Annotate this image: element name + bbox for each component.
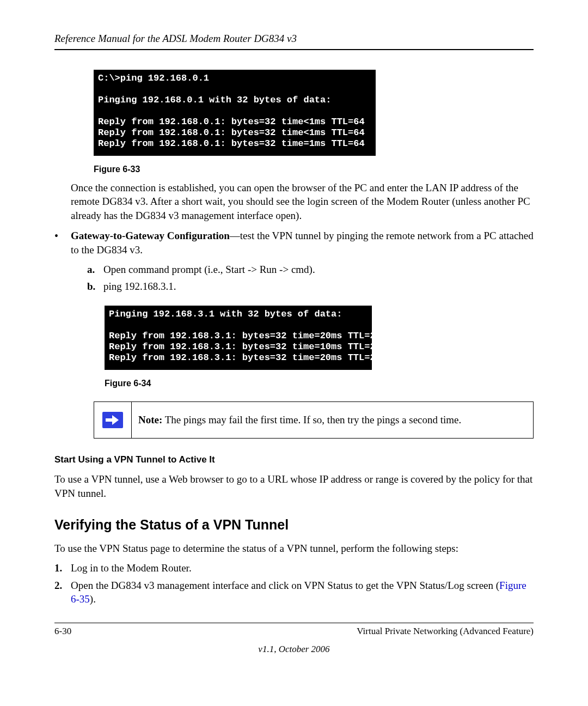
bullet-marker: • (54, 229, 71, 301)
heading-verifying: Verifying the Status of a VPN Tunnel (54, 516, 534, 534)
arrow-right-icon (102, 412, 123, 428)
bullet-item: • Gateway-to-Gateway Configuration—test … (54, 229, 534, 301)
footer-rule (54, 623, 534, 623)
step-1-marker: 1. (54, 561, 71, 575)
figure-caption-2: Figure 6-34 (105, 378, 534, 389)
paragraph-after-figure1: Once the connection is established, you … (71, 181, 534, 223)
heading-start-using: Start Using a VPN Tunnel to Active It (54, 454, 534, 466)
figure-caption-1: Figure 6-33 (94, 163, 534, 175)
step-1-text: Log in to the Modem Router. (71, 561, 534, 575)
note-icon-cell (94, 402, 132, 438)
note-body: The pings may fail the first time. If so… (162, 414, 461, 425)
step-2-text: Open the DG834 v3 management interface a… (71, 579, 534, 606)
bullet-lead-bold: Gateway-to-Gateway Configuration (71, 230, 230, 241)
paragraph-start-using: To use a VPN tunnel, use a Web browser t… (54, 472, 534, 500)
sublist-marker-b: b. (87, 279, 103, 294)
step-2-marker: 2. (54, 579, 71, 606)
sublist-item-b: b. ping 192.168.3.1. (87, 279, 534, 294)
sublist-marker-a: a. (87, 263, 103, 277)
terminal-output-1: C:\>ping 192.168.0.1 Pinging 192.168.0.1… (94, 70, 376, 156)
step-1: 1. Log in to the Modem Router. (54, 561, 534, 575)
footer-page-number: 6-30 (54, 625, 71, 638)
terminal-output-2: Pinging 192.168.3.1 with 32 bytes of dat… (105, 306, 372, 370)
step-2-text-b: ). (90, 593, 96, 605)
sublist-item-a: a. Open command prompt (i.e., Start -> R… (87, 263, 534, 277)
note-text: Note: The pings may fail the first time.… (132, 402, 533, 438)
note-box: Note: The pings may fail the first time.… (94, 401, 534, 439)
footer-version: v1.1, October 2006 (54, 643, 534, 656)
step-2-text-a: Open the DG834 v3 management interface a… (71, 580, 499, 591)
paragraph-verifying: To use the VPN Status page to determine … (54, 541, 534, 556)
footer-row: 6-30 Virtual Private Networking (Advance… (54, 625, 534, 638)
footer-section-title: Virtual Private Networking (Advanced Fea… (357, 625, 534, 638)
running-header: Reference Manual for the ADSL Modem Rout… (54, 32, 534, 46)
header-rule (54, 49, 534, 50)
sublist-text-b: ping 192.168.3.1. (103, 279, 176, 294)
step-2: 2. Open the DG834 v3 management interfac… (54, 579, 534, 606)
sublist-text-a: Open command prompt (i.e., Start -> Run … (103, 263, 315, 277)
note-label: Note: (138, 414, 162, 425)
